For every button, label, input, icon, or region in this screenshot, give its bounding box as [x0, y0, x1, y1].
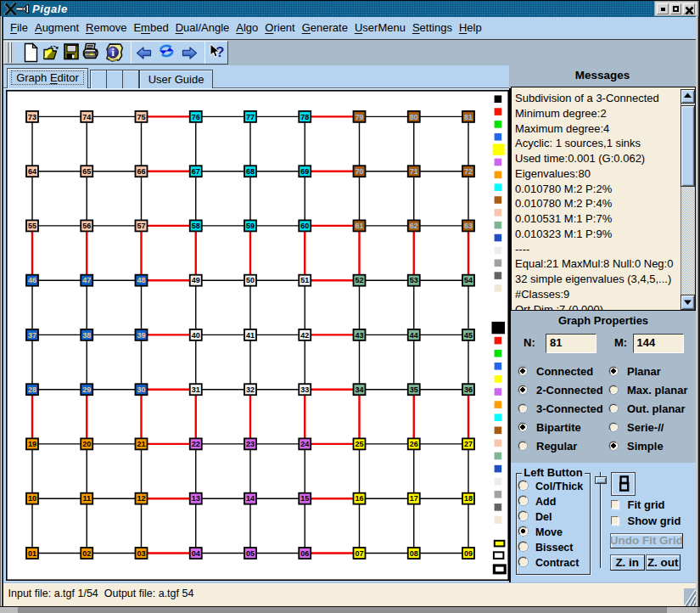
svg-text:43: 43	[355, 331, 363, 340]
svg-text:56: 56	[82, 222, 91, 230]
svg-text:73: 73	[28, 113, 36, 121]
svg-text:04: 04	[192, 549, 200, 558]
svg-text:22: 22	[192, 440, 200, 448]
svg-text:11: 11	[82, 494, 91, 503]
svg-text:53: 53	[410, 276, 418, 284]
svg-text:70: 70	[355, 167, 363, 176]
svg-text:18: 18	[464, 494, 473, 503]
svg-text:25: 25	[355, 440, 363, 448]
svg-text:63: 63	[464, 222, 473, 230]
svg-text:66: 66	[137, 167, 145, 176]
svg-text:03: 03	[137, 549, 145, 558]
svg-text:07: 07	[355, 549, 363, 558]
svg-text:48: 48	[137, 276, 145, 284]
svg-text:32: 32	[246, 385, 255, 394]
svg-text:14: 14	[246, 494, 255, 503]
svg-text:52: 52	[355, 276, 363, 284]
svg-text:21: 21	[137, 440, 145, 448]
svg-text:09: 09	[464, 549, 473, 558]
svg-text:42: 42	[300, 331, 309, 340]
svg-text:12: 12	[137, 494, 145, 503]
svg-text:38: 38	[82, 331, 91, 340]
svg-text:80: 80	[410, 113, 418, 121]
svg-text:40: 40	[192, 331, 200, 340]
svg-text:69: 69	[300, 167, 309, 176]
svg-text:34: 34	[355, 385, 363, 394]
svg-text:74: 74	[82, 113, 91, 121]
svg-text:36: 36	[464, 385, 473, 394]
svg-text:50: 50	[246, 276, 255, 284]
svg-text:62: 62	[410, 222, 418, 230]
svg-text:49: 49	[192, 276, 200, 284]
svg-text:46: 46	[28, 276, 36, 284]
svg-text:13: 13	[192, 494, 200, 503]
svg-text:51: 51	[300, 276, 309, 284]
svg-text:28: 28	[28, 385, 36, 394]
svg-text:67: 67	[192, 167, 200, 176]
svg-text:78: 78	[300, 113, 309, 121]
svg-text:44: 44	[410, 331, 418, 340]
svg-text:76: 76	[192, 113, 200, 121]
svg-text:54: 54	[464, 276, 473, 284]
svg-text:60: 60	[300, 222, 309, 230]
svg-text:75: 75	[137, 113, 145, 121]
svg-text:20: 20	[82, 440, 91, 448]
svg-text:02: 02	[82, 549, 91, 558]
svg-text:33: 33	[300, 385, 309, 394]
svg-text:81: 81	[464, 113, 473, 121]
svg-text:08: 08	[410, 549, 418, 558]
svg-text:26: 26	[410, 440, 418, 448]
svg-text:35: 35	[410, 385, 418, 394]
svg-text:01: 01	[28, 549, 36, 558]
svg-text:45: 45	[464, 331, 473, 340]
svg-text:77: 77	[246, 113, 255, 121]
svg-text:16: 16	[355, 494, 363, 503]
svg-text:72: 72	[464, 167, 473, 176]
svg-text:27: 27	[464, 440, 473, 448]
svg-text:29: 29	[82, 385, 91, 394]
svg-text:39: 39	[137, 331, 145, 340]
svg-text:05: 05	[246, 549, 255, 558]
svg-text:06: 06	[300, 549, 309, 558]
svg-text:30: 30	[137, 385, 145, 394]
svg-text:17: 17	[410, 494, 418, 503]
svg-text:59: 59	[246, 222, 255, 230]
svg-text:68: 68	[246, 167, 255, 176]
svg-text:31: 31	[192, 385, 200, 394]
svg-text:24: 24	[300, 440, 309, 448]
svg-text:64: 64	[28, 167, 36, 176]
svg-text:37: 37	[28, 331, 36, 340]
svg-text:57: 57	[137, 222, 145, 230]
svg-text:41: 41	[246, 331, 255, 340]
svg-text:61: 61	[355, 222, 363, 230]
svg-text:58: 58	[192, 222, 200, 230]
svg-text:15: 15	[300, 494, 309, 503]
svg-text:55: 55	[28, 222, 36, 230]
svg-text:47: 47	[82, 276, 91, 284]
svg-text:19: 19	[28, 440, 36, 448]
svg-text:65: 65	[82, 167, 91, 176]
svg-text:10: 10	[28, 494, 36, 503]
svg-text:23: 23	[246, 440, 255, 448]
svg-text:71: 71	[410, 167, 418, 176]
svg-text:79: 79	[355, 113, 363, 121]
